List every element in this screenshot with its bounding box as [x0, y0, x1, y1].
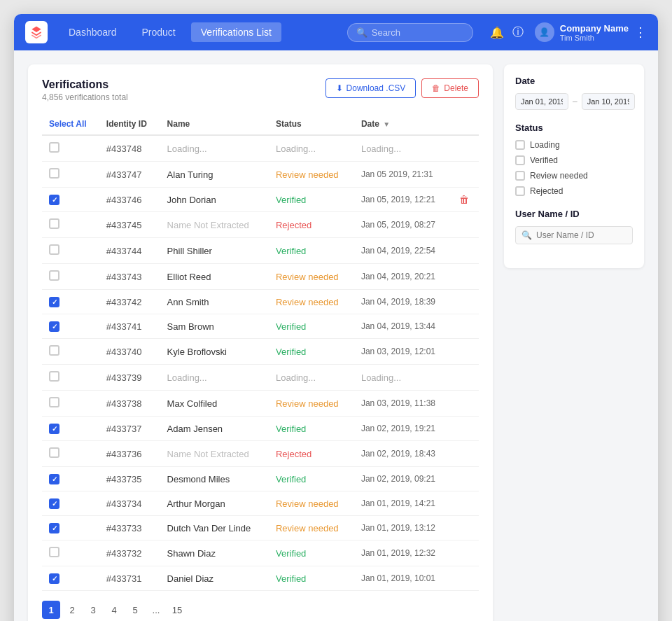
status-option-label: Loading [530, 140, 560, 150]
status-checkbox[interactable] [515, 140, 525, 150]
app-logo[interactable] [25, 21, 48, 43]
row-name: Ann Smith [160, 290, 269, 314]
status-checkbox[interactable] [515, 171, 525, 181]
row-checkbox[interactable] [49, 573, 59, 584]
table-row: #433739Loading...Loading...Loading... [42, 365, 479, 391]
page-title: Verifications [42, 78, 128, 91]
delete-row-icon[interactable]: 🗑 [459, 194, 469, 205]
user-search-icon: 🔍 [522, 230, 532, 240]
row-checkbox[interactable] [49, 523, 59, 533]
row-status: Verified [269, 566, 354, 591]
row-checkbox[interactable] [49, 447, 59, 458]
table-row: #433742Ann SmithReview neededJan 04, 201… [42, 290, 479, 314]
nav-dashboard[interactable]: Dashboard [59, 22, 127, 42]
row-checkbox[interactable] [49, 498, 59, 509]
col-date[interactable]: Date ▼ [354, 113, 452, 135]
row-checkbox[interactable] [49, 297, 59, 307]
identity-id: #433743 [99, 264, 160, 290]
row-date: Jan 01, 2019, 10:01 [354, 566, 452, 591]
table-row: #433740Kyle BroflovskiVerifiedJan 03, 20… [42, 339, 479, 365]
table-row: #433745Name Not ExtractedRejectedJan 05,… [42, 212, 479, 238]
page-btn-4[interactable]: 4 [105, 601, 123, 619]
row-status: Verified [269, 540, 354, 566]
page-btn-15[interactable]: 15 [168, 601, 186, 619]
date-to-input[interactable] [582, 93, 635, 110]
row-status: Rejected [269, 441, 354, 467]
notification-icon[interactable]: 🔔 [490, 26, 504, 39]
identity-id: #433735 [99, 467, 160, 491]
row-status: Verified [269, 188, 354, 212]
identity-id: #433732 [99, 540, 160, 566]
select-all-btn[interactable]: Select All [49, 119, 87, 129]
identity-id: #433744 [99, 238, 160, 264]
nav-verifications[interactable]: Verifications List [191, 22, 281, 42]
row-name: Kyle Broflovski [160, 339, 269, 365]
search-bar[interactable]: 🔍 [347, 23, 473, 42]
page-btn-5[interactable]: 5 [126, 601, 144, 619]
status-checkbox[interactable] [515, 155, 525, 165]
row-checkbox[interactable] [49, 371, 59, 382]
row-name: Sam Brown [160, 314, 269, 339]
row-date: Jan 04, 2019, 20:21 [354, 264, 452, 290]
table-row: #433731Daniel DiazVerifiedJan 01, 2019, … [42, 566, 479, 591]
col-name: Name [160, 113, 269, 135]
identity-id: #433731 [99, 566, 160, 591]
user-search-input[interactable] [536, 230, 626, 240]
user-menu[interactable]: 👤 Company Name Tim Smith ⋮ [535, 22, 647, 42]
row-date: Jan 05, 2019, 12:21 [354, 188, 452, 212]
page-btn-2[interactable]: 2 [63, 601, 81, 619]
user-search-bar[interactable]: 🔍 [515, 226, 633, 244]
row-name: John Dorian [160, 188, 269, 212]
row-checkbox[interactable] [49, 474, 59, 484]
status-filter-option[interactable]: Rejected [515, 186, 633, 196]
row-name: Daniel Diaz [160, 566, 269, 591]
panel-title-block: Verifications 4,856 verifications total [42, 78, 128, 102]
date-separator: – [573, 97, 578, 106]
row-date: Jan 01, 2019, 14:21 [354, 491, 452, 516]
delete-button[interactable]: 🗑 Delete [421, 78, 479, 98]
verifications-table: Select All Identity ID Name Status Date … [42, 113, 479, 591]
status-checkbox[interactable] [515, 186, 525, 196]
row-checkbox[interactable] [49, 547, 59, 557]
identity-id: #433733 [99, 516, 160, 540]
more-icon[interactable]: ⋮ [634, 25, 647, 40]
status-filter-option[interactable]: Review needed [515, 171, 633, 181]
row-checkbox[interactable] [49, 195, 59, 205]
page-btn-3[interactable]: 3 [84, 601, 102, 619]
row-checkbox[interactable] [49, 397, 59, 407]
total-count: 4,856 verifications total [42, 92, 128, 102]
row-checkbox[interactable] [49, 244, 59, 255]
identity-id: #433736 [99, 441, 160, 467]
row-checkbox[interactable] [49, 321, 59, 332]
row-date: Jan 04, 2019, 13:44 [354, 314, 452, 339]
col-identity-id: Identity ID [99, 113, 160, 135]
row-name: Adam Jensen [160, 417, 269, 441]
row-checkbox[interactable] [49, 424, 59, 434]
row-name: Name Not Extracted [160, 212, 269, 238]
row-date: Jan 04, 2019, 18:39 [354, 290, 452, 314]
row-status: Verified [269, 467, 354, 491]
row-date: Jan 02, 2019, 18:43 [354, 441, 452, 467]
identity-id: #433742 [99, 290, 160, 314]
row-status: Verified [269, 417, 354, 441]
table-row: #433741Sam BrownVerifiedJan 04, 2019, 13… [42, 314, 479, 339]
help-icon[interactable]: ⓘ [512, 25, 524, 40]
row-checkbox[interactable] [49, 345, 59, 356]
row-date: Jan 03, 2019, 11:38 [354, 391, 452, 417]
date-from-input[interactable] [515, 93, 568, 110]
identity-id: #433746 [99, 188, 160, 212]
nav-product[interactable]: Product [132, 22, 186, 42]
row-name: Alan Turing [160, 162, 269, 188]
search-input[interactable] [372, 27, 464, 38]
row-status: Review needed [269, 162, 354, 188]
row-date: Jan 04, 2019, 22:54 [354, 238, 452, 264]
download-button[interactable]: ⬇ Download .CSV [326, 78, 416, 98]
row-checkbox[interactable] [49, 168, 59, 179]
row-checkbox[interactable] [49, 218, 59, 229]
page-btn-1[interactable]: 1 [42, 601, 60, 619]
table-row: #433748Loading...Loading...Loading... [42, 135, 479, 162]
row-checkbox[interactable] [49, 270, 59, 281]
status-filter-option[interactable]: Verified [515, 155, 633, 165]
status-filter-option[interactable]: Loading [515, 140, 633, 150]
row-checkbox[interactable] [49, 142, 59, 153]
